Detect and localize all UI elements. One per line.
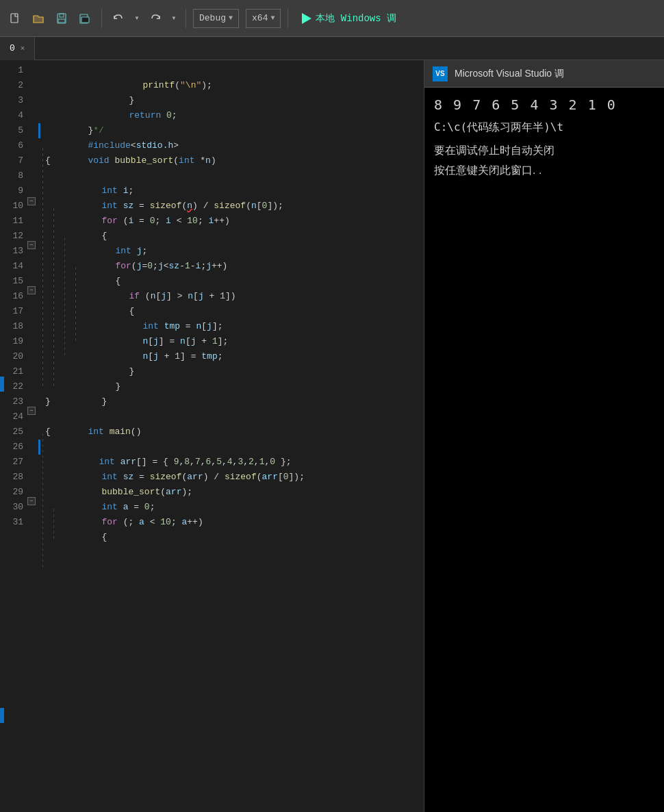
scope-line-for-main — [53, 509, 54, 539]
collapse-for-2[interactable]: − — [27, 241, 36, 249]
output-text-2: 按任意键关闭此窗口. . — [434, 161, 654, 181]
code-line-19: n[j + 1] = tmp; — [38, 334, 424, 349]
scope-line-main — [42, 433, 43, 569]
tab-bar: 0 × — [0, 37, 664, 60]
undo-button[interactable] — [109, 9, 128, 28]
run-icon — [302, 13, 311, 24]
code-line-26: int arr[] = { 9,8,7,6,5,4,3,2,1,0 }; — [38, 440, 424, 455]
output-path: C:\c(代码练习两年半)\t — [434, 119, 654, 136]
code-line-29: int a = 0; — [38, 485, 424, 500]
code-line-20: } — [38, 349, 424, 364]
save-button[interactable] — [52, 9, 71, 28]
code-line-17: int tmp = n[j]; — [38, 304, 424, 319]
scope-line-2 — [53, 208, 54, 389]
collapse-main[interactable]: − — [27, 407, 36, 415]
current-line-indicator — [0, 377, 4, 392]
code-line-18: n[j] = n[j + 1]; — [38, 319, 424, 334]
collapse-for-1[interactable]: − — [27, 197, 36, 205]
code-line-10: for (i = 0; i < 10; i++) — [38, 199, 424, 214]
run-button[interactable]: 本地 Windows 调 — [295, 10, 403, 27]
separator-1 — [101, 9, 102, 28]
separator-3 — [288, 9, 288, 28]
code-line-6: void bubble_sort(int *n) — [38, 138, 424, 153]
code-line-12: int j; — [38, 229, 424, 244]
scope-line-4 — [75, 267, 76, 342]
undo-dropdown[interactable]: ▼ — [132, 9, 142, 28]
collapse-for-3[interactable]: − — [27, 497, 36, 505]
output-pane: VS Microsoft Visual Studio 调 8 9 7 6 5 4… — [424, 60, 664, 812]
code-line-30: for (; a < 10; a++) — [38, 500, 424, 515]
code-line-15: if (n[j] > n[j + 1]) — [38, 274, 424, 289]
code-line-21: } — [38, 364, 424, 379]
redo-dropdown[interactable]: ▼ — [169, 9, 179, 28]
code-line-24: int main() — [38, 409, 424, 424]
code-line-13: for(j=0;j<sz-1-i;j++) — [38, 244, 424, 259]
svg-rect-1 — [58, 14, 66, 23]
code-line-14: { — [38, 259, 424, 274]
output-title-bar: VS Microsoft Visual Studio 调 — [424, 60, 664, 88]
output-title-text: Microsoft Visual Studio 调 — [455, 68, 564, 80]
bookmark-indicator — [0, 708, 4, 723]
arch-dropdown[interactable]: x64 ▼ — [246, 9, 281, 28]
svg-rect-3 — [58, 19, 65, 23]
code-line-23: } — [38, 394, 424, 409]
debug-config-dropdown[interactable]: Debug ▼ — [193, 9, 239, 28]
save-all-button[interactable] — [75, 9, 94, 28]
editor-pane: 1234 5678 9101112 13141516 17181920 2122… — [0, 60, 424, 812]
main-area: 1234 5678 9101112 13141516 17181920 2122… — [0, 60, 664, 812]
code-line-4: }*/ — [38, 108, 424, 123]
redo-button[interactable] — [146, 9, 165, 28]
code-line-11: { — [38, 214, 424, 229]
code-line-9: int sz = sizeof(n) / sizeof(n[0]); — [38, 183, 424, 199]
scope-line-1 — [42, 148, 43, 388]
vs-icon: VS — [433, 66, 448, 81]
svg-rect-2 — [60, 14, 64, 17]
output-numbers: 8 9 7 6 5 4 3 2 1 0 — [434, 94, 654, 115]
code-line-28: bubble_sort(arr); — [38, 470, 424, 485]
output-body: 8 9 7 6 5 4 3 2 1 0 C:\c(代码练习两年半)\t 要在调试… — [424, 88, 664, 812]
code-line-1: printf("\n"); — [38, 63, 424, 78]
toolbar: ▼ ▼ Debug ▼ x64 ▼ 本地 Windows 调 — [0, 0, 664, 37]
code-line-3: return 0; — [38, 93, 424, 108]
editor-tab[interactable]: 0 × — [0, 37, 35, 60]
svg-rect-5 — [81, 17, 89, 23]
scope-line-3 — [64, 238, 65, 358]
code-line-22: } — [38, 379, 424, 394]
code-area: printf("\n"); } return 0; }*/ #include<s… — [38, 60, 424, 812]
code-line-31: { — [38, 515, 424, 530]
code-line-25: { — [38, 424, 424, 440]
tab-close-button[interactable]: × — [21, 45, 25, 53]
code-line-16: { — [38, 289, 424, 304]
separator-2 — [186, 9, 186, 28]
open-folder-button[interactable] — [29, 9, 48, 28]
code-line-2: } — [38, 78, 424, 93]
gutter: − − − − − — [27, 60, 41, 812]
code-line-27: int sz = sizeof(arr) / sizeof(arr[0]); — [38, 455, 424, 470]
code-line-8: int i; — [38, 168, 424, 183]
new-file-button[interactable] — [5, 9, 25, 28]
line-numbers: 1234 5678 9101112 13141516 17181920 2122… — [0, 60, 27, 530]
collapse-if[interactable]: − — [27, 286, 36, 294]
code-line-5: #include<stdio.h> — [38, 123, 424, 138]
code-line-7: { — [38, 153, 424, 168]
svg-rect-0 — [11, 14, 18, 23]
output-text-1: 要在调试停止时自动关闭 — [434, 141, 654, 161]
